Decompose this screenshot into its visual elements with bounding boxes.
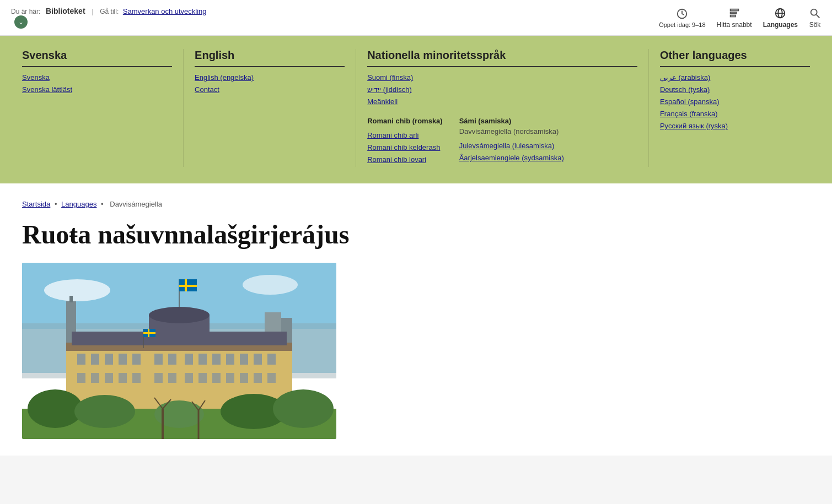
svg-rect-3 xyxy=(730,15,735,17)
search-icon xyxy=(809,7,821,19)
contact-link[interactable]: Contact xyxy=(195,85,219,94)
clock-icon xyxy=(676,8,688,20)
list-item: Romani chib kelderash xyxy=(367,143,443,151)
sydsamiska-link[interactable]: Åarjelsaemiengiele (sydsamiska) xyxy=(459,154,564,162)
svg-rect-47 xyxy=(168,373,176,383)
svg-rect-51 xyxy=(226,373,234,383)
arabiska-link[interactable]: عربي (arabiska) xyxy=(660,73,710,82)
list-item: Español (spanska) xyxy=(660,97,810,106)
deutsch-link[interactable]: Deutsch (tyska) xyxy=(660,85,710,94)
svg-point-57 xyxy=(74,395,135,428)
svg-rect-34 xyxy=(185,354,193,365)
sami-header: Sámi (samiska) xyxy=(459,117,564,125)
jiddisch-link[interactable]: ייִדיש (jiddisch) xyxy=(367,85,412,94)
list-item: Julevsámegiella (lulesamiska) xyxy=(459,141,564,150)
svg-rect-19 xyxy=(69,296,73,302)
romani-section: Romani chib (romska) Romani chib arli Ro… xyxy=(367,110,443,167)
list-item: ייִדיש (jiddisch) xyxy=(367,85,637,94)
language-dropdown: Svenska Svenska Svenska lättläst English… xyxy=(0,36,832,183)
francais-link[interactable]: Français (franska) xyxy=(660,110,718,118)
svg-rect-46 xyxy=(154,373,163,383)
svg-rect-49 xyxy=(198,373,207,383)
nationella-column: Nationella minoritetsspråk Suomi (finska… xyxy=(356,49,649,167)
romani-lovari-link[interactable]: Romani chib lovari xyxy=(367,155,426,164)
svg-point-11 xyxy=(44,279,110,301)
svg-rect-53 xyxy=(254,373,262,383)
svenska-link[interactable]: Svenska xyxy=(22,73,50,82)
svg-point-12 xyxy=(243,275,298,295)
svg-rect-48 xyxy=(185,373,193,383)
ryska-link[interactable]: Русский язык (ryska) xyxy=(660,122,728,130)
svg-point-56 xyxy=(28,389,83,428)
list-item: Åarjelsaemiengiele (sydsamiska) xyxy=(459,153,564,162)
svg-rect-44 xyxy=(119,373,127,383)
main-content: Startsida • Languages • Davvisámegiella … xyxy=(0,183,832,456)
svenska-lattlast-link[interactable]: Svenska lättläst xyxy=(22,85,72,94)
dropdown-button[interactable]: ⌄ xyxy=(14,15,28,29)
svg-rect-38 xyxy=(240,354,248,365)
romani-kelderash-link[interactable]: Romani chib kelderash xyxy=(367,143,440,151)
breadcrumb-languages[interactable]: Languages xyxy=(61,200,96,208)
svg-point-59 xyxy=(273,389,334,428)
svg-rect-1 xyxy=(730,9,738,10)
sok-label: Sök xyxy=(809,21,821,29)
english-column: English English (engelska) Contact xyxy=(184,49,356,167)
du-ar-label: Du är här: xyxy=(11,8,40,15)
list-item: Romani chib arli xyxy=(367,131,443,139)
svg-rect-32 xyxy=(154,354,163,365)
ga-till-link[interactable]: Samverkan och utveckling xyxy=(123,7,207,15)
svg-rect-39 xyxy=(254,354,262,365)
svg-rect-2 xyxy=(730,12,736,14)
page-title: Ruoŧa našuvnnalašgirjerájus xyxy=(22,219,353,250)
oppet-info: Öppet idag: 9–18 xyxy=(659,8,705,28)
english-links: English (engelska) Contact xyxy=(195,73,345,94)
breadcrumb-startsida[interactable]: Startsida xyxy=(22,200,50,208)
suomi-link[interactable]: Suomi (finska) xyxy=(367,73,413,82)
list-item: عربي (arabiska) xyxy=(660,73,810,82)
list-item: English (engelska) xyxy=(195,73,345,82)
julevsamiska-link[interactable]: Julevsámegiella (lulesamiska) xyxy=(459,142,555,150)
globe-icon xyxy=(774,7,786,19)
svenska-column: Svenska Svenska Svenska lättläst xyxy=(11,49,184,167)
oppet-label: Öppet idag: 9–18 xyxy=(659,21,705,28)
sami-links: Julevsámegiella (lulesamiska) Åarjelsaem… xyxy=(459,141,564,162)
list-item: Français (franska) xyxy=(660,109,810,118)
biblioteket-link[interactable]: Biblioteket xyxy=(46,7,85,15)
svg-rect-15 xyxy=(179,285,197,287)
svg-rect-16 xyxy=(185,279,187,291)
languages-nav[interactable]: Languages xyxy=(763,7,798,29)
other-languages-title: Other languages xyxy=(660,49,810,67)
svg-rect-43 xyxy=(105,373,113,383)
english-engelska-link[interactable]: English (engelska) xyxy=(195,73,254,82)
svg-rect-70 xyxy=(148,329,149,337)
svg-rect-30 xyxy=(119,354,127,365)
hitta-snabbt-label: Hitta snabbt xyxy=(717,21,752,29)
list-item: Svenska xyxy=(22,73,172,82)
sami-subtext: Davvisámegiella (nordsamiska) xyxy=(459,127,564,136)
espanol-link[interactable]: Español (spanska) xyxy=(660,97,720,106)
meankieli-link[interactable]: Meänkieli xyxy=(367,97,398,106)
nationella-links: Suomi (finska) ייִדיש (jiddisch) Meänkie… xyxy=(367,73,637,106)
breadcrumb-nav: Du är här: Biblioteket | Gå till: Samver… xyxy=(11,7,207,29)
svg-rect-37 xyxy=(226,354,234,365)
svg-rect-27 xyxy=(77,354,85,365)
list-item: Русский язык (ryska) xyxy=(660,121,810,130)
svg-rect-50 xyxy=(212,373,221,383)
romani-arli-link[interactable]: Romani chib arli xyxy=(367,131,418,139)
sami-section: Sámi (samiska) Davvisámegiella (nordsami… xyxy=(459,110,564,167)
nationella-title: Nationella minoritetsspråk xyxy=(367,49,637,67)
list-item: Svenska lättläst xyxy=(22,85,172,94)
hitta-snabbt-nav[interactable]: Hitta snabbt xyxy=(717,7,752,29)
ga-till-label: Gå till: xyxy=(100,8,119,15)
svg-rect-28 xyxy=(91,354,99,365)
other-languages-column: Other languages عربي (arabiska) Deutsch … xyxy=(649,49,821,167)
sok-nav[interactable]: Sök xyxy=(809,7,821,29)
romani-links: Romani chib arli Romani chib kelderash R… xyxy=(367,131,443,164)
list-item: Suomi (finska) xyxy=(367,73,637,82)
svg-point-7 xyxy=(811,9,817,15)
top-bar-left: Du är här: Biblioteket | Gå till: Samver… xyxy=(11,7,207,29)
svg-rect-35 xyxy=(198,354,207,365)
svg-rect-41 xyxy=(77,373,85,383)
svg-rect-52 xyxy=(240,373,248,383)
breadcrumb-current: Davvisámegiella xyxy=(110,200,162,208)
